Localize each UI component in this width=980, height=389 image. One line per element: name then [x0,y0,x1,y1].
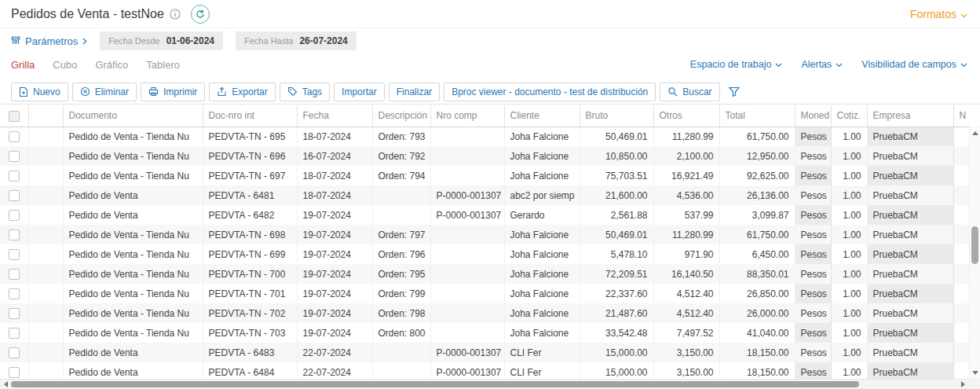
alerts-dropdown[interactable]: Alertas [801,59,843,70]
row-checkbox[interactable] [9,288,20,299]
table-row[interactable]: Pedido de Venta - Tienda NuPEDVTA-TN - 6… [0,225,969,244]
cell-icon [28,284,63,303]
scroll-left-icon[interactable] [1,380,11,389]
cell-fecha: 19-07-2024 [297,244,372,264]
col-header-nro-comp[interactable]: Nro comp [430,105,504,127]
remove-icon [80,86,90,97]
cell-bruto: 15,000.00 [580,343,653,362]
scroll-down-icon[interactable] [970,367,980,378]
import-button[interactable]: Importar [334,83,385,101]
col-header-cotiz[interactable]: Cotiz. [831,105,867,127]
workspace-label: Espacio de trabajo [690,59,772,70]
col-header-documento[interactable]: Documento [63,105,203,127]
table-row[interactable]: Pedido de Venta - Tienda NuPEDVTA-TN - 6… [0,244,969,264]
table-row[interactable]: Pedido de VentaPEDVTA - 648118-07-2024P-… [0,185,969,205]
cell-icon [28,127,63,146]
row-checkbox[interactable] [9,269,20,280]
row-checkbox[interactable] [9,347,20,358]
new-button[interactable]: Nuevo [11,83,68,101]
field-visibility-dropdown[interactable]: Visibilidad de campos [861,59,967,70]
new-document-icon [19,86,28,97]
table-row[interactable]: Pedido de VentaPEDVTA - 648322-07-2024P-… [0,343,969,362]
search-icon [667,86,678,97]
cell-documento: Pedido de Venta - Tienda Nu [63,166,203,185]
table-row[interactable]: Pedido de Venta - Tienda NuPEDVTA-TN - 7… [0,264,969,284]
cell-extra [953,362,969,379]
table-row[interactable]: Pedido de Venta - Tienda NuPEDVTA-TN - 6… [0,166,969,185]
table-row[interactable]: Pedido de Venta - Tienda NuPEDVTA-TN - 7… [0,303,969,323]
table-row[interactable]: Pedido de Venta - Tienda NuPEDVTA-TN - 6… [0,146,969,166]
search-button-label: Buscar [682,86,711,97]
row-checkbox[interactable] [9,171,20,182]
print-button[interactable]: Imprimir [141,83,205,101]
date-from-field[interactable]: Fecha Desde 01-06-2024 [100,31,223,50]
cell-descripcion: Orden: 794 [372,166,430,185]
chevron-down-icon [775,59,782,70]
col-header-doc-nro-int[interactable]: Doc-nro int [203,105,297,127]
cell-icon [28,205,63,225]
formats-dropdown[interactable]: Formatos [910,8,967,20]
table-row[interactable]: Pedido de Venta - Tienda NuPEDVTA-TN - 7… [0,284,969,303]
col-header-fecha[interactable]: Fecha [297,105,372,127]
tab-grafico[interactable]: Gráfico [95,59,128,71]
row-checkbox[interactable] [9,229,20,240]
cell-bruto: 22,337.60 [580,284,653,303]
scroll-up-icon[interactable] [970,127,980,138]
search-button[interactable]: Buscar [660,83,719,101]
horizontal-scrollbar[interactable] [0,379,969,389]
row-checkbox[interactable] [9,328,20,339]
tab-cubo[interactable]: Cubo [53,59,77,71]
vertical-scroll-thumb[interactable] [971,226,978,264]
row-checkbox[interactable] [9,210,20,221]
delete-button[interactable]: Eliminar [72,83,137,101]
col-header-descripcion[interactable]: Descripción [372,105,430,127]
cell-cotiz: 1.00 [831,284,867,303]
table-wrap: DocumentoDoc-nro intFechaDescripciónNro … [0,105,969,379]
cell-empresa: PruebaCM [867,323,953,343]
refresh-button[interactable] [191,5,210,24]
row-checkbox[interactable] [9,367,20,378]
date-to-field[interactable]: Fecha Hasta 26-07-2024 [236,31,357,50]
cell-fecha: 18-07-2024 [297,127,372,146]
toolbar: Nuevo Eliminar Imprimir Exportar Tags Im… [0,79,980,105]
table-row[interactable]: Pedido de VentaPEDVTA - 648422-07-2024P-… [0,362,969,379]
parameters-toggle[interactable]: Parámetros [11,35,87,47]
scroll-right-icon[interactable] [958,380,968,389]
col-header-cliente[interactable]: Cliente [504,105,580,127]
tags-button[interactable]: Tags [280,83,330,101]
row-checkbox[interactable] [9,151,20,162]
col-header-extra[interactable]: N [953,105,969,127]
cell-icon [28,244,63,264]
cell-cotiz: 1.00 [831,127,867,146]
finalize-button[interactable]: Finalizar [389,83,440,101]
row-checkbox[interactable] [9,131,20,142]
cell-documento: Pedido de Venta - Tienda Nu [63,284,203,303]
col-header-total[interactable]: Total [719,105,795,127]
tab-tablero[interactable]: Tablero [146,59,180,71]
workspace-dropdown[interactable]: Espacio de trabajo [690,59,783,70]
bproc-viewer-button[interactable]: Bproc viewer - documento - test de distr… [444,83,656,101]
col-header-empresa[interactable]: Empresa [867,105,953,127]
row-checkbox[interactable] [9,190,20,201]
row-checkbox[interactable] [9,308,20,319]
col-header-otros[interactable]: Otros [653,105,719,127]
cell-select [0,264,28,284]
cell-otros: 4,536.00 [653,185,719,205]
col-header-moneda[interactable]: Moned [795,105,831,127]
tab-grilla[interactable]: Grilla [11,59,35,71]
info-icon[interactable] [170,9,181,20]
export-button[interactable]: Exportar [209,83,275,101]
col-header-bruto[interactable]: Bruto [580,105,653,127]
horizontal-scroll-thumb[interactable] [11,381,859,387]
table-row[interactable]: Pedido de Venta - Tienda NuPEDVTA-TN - 6… [0,127,969,146]
cell-bruto: 75,703.51 [580,166,653,185]
import-button-label: Importar [342,86,377,97]
row-checkbox[interactable] [9,249,20,260]
vertical-scrollbar[interactable] [969,127,980,379]
select-all-checkbox[interactable] [9,111,20,122]
cell-fecha: 19-07-2024 [297,284,372,303]
filter-button[interactable] [724,83,744,101]
table-row[interactable]: Pedido de Venta - Tienda NuPEDVTA-TN - 7… [0,323,969,343]
table-row[interactable]: Pedido de VentaPEDVTA - 648219-07-2024P-… [0,205,969,225]
cell-moneda: Pesos [795,303,831,323]
